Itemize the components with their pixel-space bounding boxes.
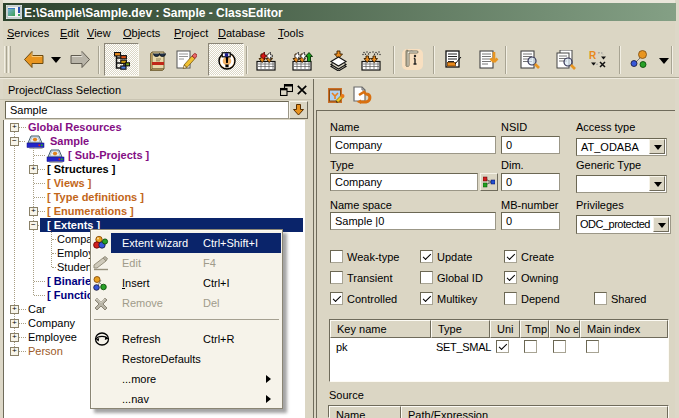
svg-text:R: R xyxy=(589,50,597,61)
